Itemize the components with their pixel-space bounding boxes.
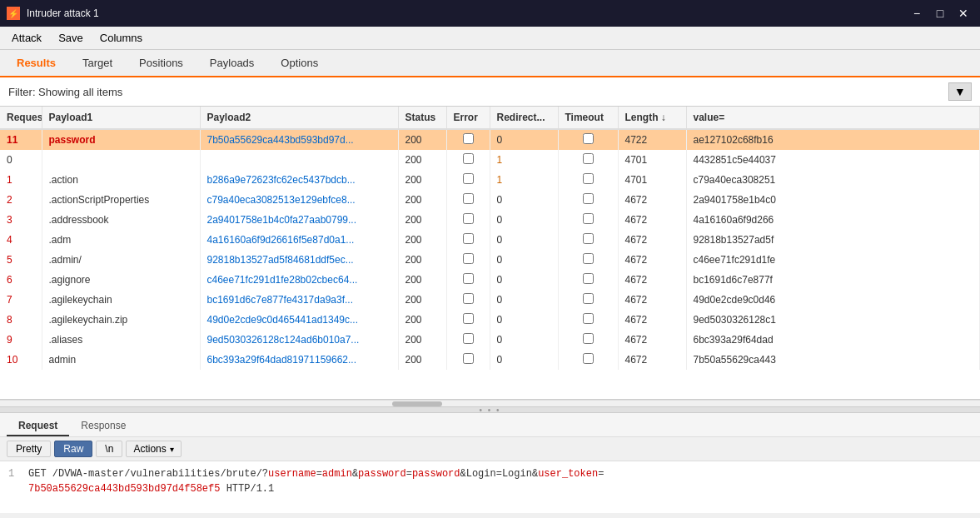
menu-save[interactable]: Save <box>50 28 92 47</box>
table-row[interactable]: 2 .actionScriptProperties c79a40eca30825… <box>0 190 980 210</box>
table-row[interactable]: 0 200 1 4701 4432851c5e44037 <box>0 150 980 170</box>
table-header-row: Request Payload1 Payload2 Status Error R… <box>0 107 980 129</box>
table-row[interactable]: 4 .adm 4a16160a6f9d26616f5e87d0a1... 200… <box>0 230 980 250</box>
results-table: Request Payload1 Payload2 Status Error R… <box>0 107 980 370</box>
cell-value: 92818b13527ad5f <box>686 230 980 250</box>
col-header-payload2[interactable]: Payload2 <box>200 107 398 129</box>
newline-button[interactable]: \n <box>96 441 122 457</box>
cell-request: 10 <box>0 350 42 370</box>
close-button[interactable]: ✕ <box>953 5 973 22</box>
cell-status: 200 <box>398 250 446 270</box>
cell-timeout <box>558 310 618 330</box>
table-row[interactable]: 10 admin 6bc393a29f64dad81971159662... 2… <box>0 350 980 370</box>
cell-error <box>446 129 490 150</box>
cell-status: 200 <box>398 230 446 250</box>
cell-value: 4432851c5e44037 <box>686 150 980 170</box>
col-header-timeout[interactable]: Timeout <box>558 107 618 129</box>
cell-payload1: password <box>42 129 200 150</box>
cell-value: 2a9401758e1b4c0 <box>686 190 980 210</box>
cell-value: 49d0e2cde9c0d46 <box>686 290 980 310</box>
cell-request: 1 <box>0 170 42 190</box>
cell-payload1: .actionScriptProperties <box>42 190 200 210</box>
cell-payload1: .agilekeychain.zip <box>42 310 200 330</box>
table-row[interactable]: 11 password 7b50a55629ca443bd593bd97d...… <box>0 129 980 150</box>
table-row[interactable]: 8 .agilekeychain.zip 49d0e2cde9c0d465441… <box>0 310 980 330</box>
scroll-thumb[interactable] <box>392 401 442 406</box>
col-header-status[interactable]: Status <box>398 107 446 129</box>
filter-label: Filter: Showing all items <box>8 86 122 98</box>
request-code-area: 1 GET /DVWA-master/vulnerabilities/brute… <box>0 461 980 513</box>
app-icon: ⚡ <box>7 7 20 20</box>
cell-timeout <box>558 210 618 230</box>
split-divider[interactable]: • • • <box>0 406 980 413</box>
cell-payload2: c46ee71fc291d1fe28b02cbec64... <box>200 270 398 290</box>
filter-bar: Filter: Showing all items ▼ <box>0 77 980 107</box>
cell-timeout <box>558 250 618 270</box>
cell-value: c46ee71fc291d1fe <box>686 250 980 270</box>
cell-error <box>446 210 490 230</box>
code-method: GET /DVWA-master/vulnerabilities/brute/? <box>28 468 268 480</box>
cell-request: 2 <box>0 190 42 210</box>
cell-value: 7b50a55629ca443 <box>686 350 980 370</box>
tab-response[interactable]: Response <box>69 416 137 436</box>
col-header-length[interactable]: Length ↓ <box>618 107 686 129</box>
tab-target[interactable]: Target <box>69 50 126 76</box>
code-eq1: = <box>316 468 322 480</box>
cell-payload2: 6bc393a29f64dad81971159662... <box>200 350 398 370</box>
cell-length: 4672 <box>618 270 686 290</box>
col-header-error[interactable]: Error <box>446 107 490 129</box>
code-line-2: 7b50a55629ca443bd593bd97d4f58ef5 HTTP/1.… <box>8 481 972 496</box>
actions-button[interactable]: Actions ▾ <box>126 441 181 457</box>
filter-button[interactable]: ▼ <box>948 82 972 101</box>
cell-redirect: 1 <box>490 170 558 190</box>
tab-results[interactable]: Results <box>3 50 69 76</box>
cell-request: 7 <box>0 290 42 310</box>
raw-button[interactable]: Raw <box>54 441 92 457</box>
cell-status: 200 <box>398 350 446 370</box>
code-login-param: Login=Login& <box>466 468 538 480</box>
menu-attack[interactable]: Attack <box>3 28 50 47</box>
cell-payload1: .agilekeychain <box>42 290 200 310</box>
table-row[interactable]: 3 .addressbook 2a9401758e1b4c0fa27aab079… <box>0 210 980 230</box>
pretty-button[interactable]: Pretty <box>7 441 51 457</box>
cell-payload1: .aliases <box>42 330 200 350</box>
cell-error <box>446 330 490 350</box>
table-row[interactable]: 9 .aliases 9ed5030326128c124ad6b010a7...… <box>0 330 980 350</box>
maximize-button[interactable]: □ <box>930 5 950 22</box>
table-row[interactable]: 5 .admin/ 92818b13527ad5f84681ddf5ec... … <box>0 250 980 270</box>
col-header-request[interactable]: Request <box>0 107 42 129</box>
col-header-value[interactable]: value= <box>686 107 980 129</box>
table-row[interactable]: 1 .action b286a9e72623fc62ec5437bdcb... … <box>0 170 980 190</box>
line-number-2 <box>8 481 22 496</box>
code-param-token-key: user_token <box>538 468 598 480</box>
tab-request[interactable]: Request <box>7 416 69 436</box>
table-row[interactable]: 7 .agilekeychain bc1691d6c7e877fe4317da9… <box>0 290 980 310</box>
col-header-redirect[interactable]: Redirect... <box>490 107 558 129</box>
tab-options[interactable]: Options <box>267 50 331 76</box>
cell-error <box>446 230 490 250</box>
cell-length: 4722 <box>618 129 686 150</box>
cell-length: 4672 <box>618 250 686 270</box>
code-eq2: = <box>406 468 412 480</box>
cell-status: 200 <box>398 290 446 310</box>
table-row[interactable]: 6 .agignore c46ee71fc291d1fe28b02cbec64.… <box>0 270 980 290</box>
title-bar-left: ⚡ Intruder attack 1 <box>7 7 99 20</box>
actions-label: Actions <box>133 443 166 455</box>
cell-value: c79a40eca308251 <box>686 170 980 190</box>
minimize-button[interactable]: − <box>907 5 927 22</box>
tab-payloads[interactable]: Payloads <box>196 50 267 76</box>
cell-payload1: admin <box>42 350 200 370</box>
code-param-username-val: admin <box>322 468 352 480</box>
cell-request: 11 <box>0 129 42 150</box>
col-header-payload1[interactable]: Payload1 <box>42 107 200 129</box>
tab-positions[interactable]: Positions <box>126 50 196 76</box>
cell-payload2: 7b50a55629ca443bd593bd97d... <box>200 129 398 150</box>
cell-length: 4701 <box>618 150 686 170</box>
cell-request: 3 <box>0 210 42 230</box>
menu-columns[interactable]: Columns <box>92 28 151 47</box>
cell-payload2: 2a9401758e1b4c0fa27aab0799... <box>200 210 398 230</box>
cell-payload2: b286a9e72623fc62ec5437bdcb... <box>200 170 398 190</box>
cell-timeout <box>558 129 618 150</box>
code-content-2: 7b50a55629ca443bd593bd97d4f58ef5 HTTP/1.… <box>28 481 972 496</box>
cell-request: 9 <box>0 330 42 350</box>
